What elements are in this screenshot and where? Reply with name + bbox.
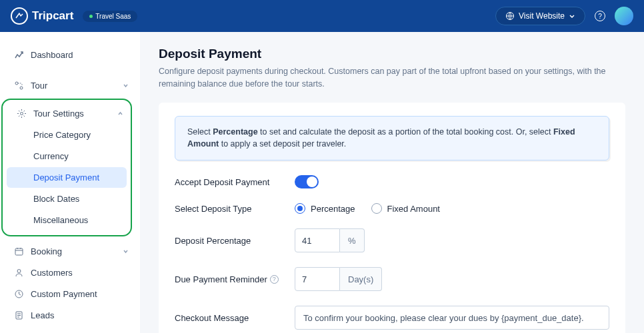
user-icon — [13, 267, 24, 278]
brand-name: Tripcart — [32, 9, 73, 23]
route-icon — [13, 80, 24, 91]
highlighted-section: Tour Settings Price Category Currency De… — [1, 99, 132, 236]
chevron-down-icon — [569, 13, 575, 19]
sidebar-item-coupons[interactable]: Coupons — [0, 326, 136, 333]
clock-icon — [13, 288, 24, 299]
gear-icon — [16, 108, 27, 119]
topbar: Tripcart Travel Saas Visit Website ? — [0, 0, 644, 32]
sidebar-item-booking[interactable]: Booking — [0, 240, 136, 262]
sidebar-item-leads[interactable]: Leads — [0, 304, 136, 326]
accept-deposit-label: Accept Deposit Payment — [175, 177, 295, 187]
sidebar-sub-block-dates[interactable]: Block Dates — [7, 188, 127, 209]
info-box: Select Percentage to set and calculate t… — [175, 116, 609, 161]
sidebar-sub-currency[interactable]: Currency — [7, 146, 127, 166]
svg-rect-4 — [15, 248, 23, 255]
main-content: Deposit Payment Configure deposit paymen… — [140, 32, 644, 333]
accept-deposit-toggle[interactable] — [295, 175, 319, 188]
globe-icon — [505, 11, 515, 21]
chevron-down-icon — [122, 248, 129, 255]
svg-point-1 — [15, 82, 18, 85]
deposit-type-label: Select Deposit Type — [175, 204, 295, 214]
plan-badge: Travel Saas — [83, 11, 137, 22]
radio-icon — [295, 203, 305, 214]
visit-website-button[interactable]: Visit Website — [495, 7, 585, 25]
checkout-message-input[interactable] — [295, 306, 609, 330]
radio-fixed-amount[interactable]: Fixed Amount — [371, 203, 441, 214]
dashboard-icon — [13, 49, 24, 60]
radio-icon — [371, 203, 382, 214]
page-title: Deposit Payment — [159, 47, 625, 61]
sidebar-item-dashboard[interactable]: Dashboard — [0, 44, 136, 65]
sidebar: Dashboard Tour Tour Settings Price Categ… — [0, 32, 140, 333]
sidebar-item-custom-payment[interactable]: Custom Payment — [0, 283, 136, 304]
deposit-percentage-input[interactable] — [295, 228, 340, 252]
sidebar-item-customers[interactable]: Customers — [0, 262, 136, 283]
settings-card: Select Percentage to set and calculate t… — [159, 103, 625, 334]
percent-suffix: % — [340, 228, 365, 252]
svg-point-2 — [20, 87, 23, 89]
sidebar-sub-miscellaneous[interactable]: Miscellaneous — [7, 210, 127, 230]
sidebar-item-tour[interactable]: Tour — [0, 75, 136, 96]
radio-percentage[interactable]: Percentage — [295, 203, 355, 214]
logo-icon — [11, 7, 28, 25]
deposit-percentage-label: Deposit Percentage — [175, 236, 295, 246]
svg-point-5 — [17, 269, 21, 272]
help-icon[interactable]: ? — [595, 11, 605, 21]
due-reminder-input[interactable] — [295, 267, 340, 291]
help-icon[interactable]: ? — [270, 275, 279, 284]
avatar[interactable] — [615, 7, 633, 25]
sidebar-item-tour-settings[interactable]: Tour Settings — [3, 103, 131, 124]
days-suffix: Day(s) — [340, 267, 382, 291]
chevron-up-icon — [117, 110, 124, 117]
document-icon — [13, 310, 24, 320]
svg-point-3 — [20, 112, 23, 115]
due-reminder-label: Due Payment Reminder ? — [175, 274, 295, 284]
chevron-down-icon — [122, 82, 129, 89]
sidebar-sub-deposit-payment[interactable]: Deposit Payment — [7, 167, 127, 188]
page-description: Configure deposit payments during checko… — [159, 65, 625, 91]
checkout-message-label: Checkout Message — [175, 313, 295, 323]
sidebar-sub-price-category[interactable]: Price Category — [7, 125, 127, 145]
brand-logo[interactable]: Tripcart Travel Saas — [11, 7, 137, 25]
calendar-icon — [13, 246, 24, 256]
